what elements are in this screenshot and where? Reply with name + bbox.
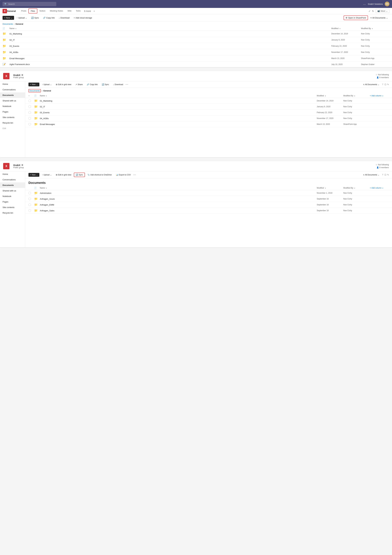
row-checkbox-3[interactable] [29,209,31,212]
tab-notion[interactable]: Notion [37,8,48,14]
sidebar-item-site-contents-3[interactable]: Site contents [0,204,25,210]
sp-more-button[interactable]: ··· [126,83,128,86]
col-modified-by-header[interactable]: Modified By ∨ [343,95,369,97]
sp-new-button-3[interactable]: + New ⌄ [29,173,39,177]
sync-button[interactable]: 🔄 Sync [29,16,41,20]
tab-add[interactable]: + [92,8,96,14]
sp-upload-button-3[interactable]: ↑ Upload ⌄ [40,173,53,177]
sp-sync-button-3[interactable]: 🔄 Sync [74,173,85,177]
sidebar-item-edit[interactable]: Edit [0,126,25,131]
sidebar-item-conversations[interactable]: Conversations [0,87,25,92]
file-name[interactable]: 04_AGBs [9,51,330,53]
sp-more-button-3[interactable]: ··· [133,174,136,176]
sidebar-item-conversations-3[interactable]: Conversations [0,177,25,183]
upload-button[interactable]: ↑ Upload ⌄ [15,16,29,20]
more-dots[interactable]: ... [363,3,366,5]
sidebar-item-pages-3[interactable]: Pages [0,199,25,204]
file-name[interactable]: 03_Events [9,45,330,47]
row-checkbox-3[interactable] [29,192,31,194]
row-checkbox-3[interactable] [29,197,31,200]
add-column-button[interactable]: + Add column ∨ [370,95,389,97]
sidebar-item-recycle-3[interactable]: Recycle bin [0,210,25,216]
new-button[interactable]: + New ⌄ [2,16,14,20]
col-modified[interactable]: Modified ∨ [331,27,360,29]
col-modified-header[interactable]: Modified ∨ [317,95,342,97]
meet-button[interactable]: 📹 Meet ⌄ [376,9,390,13]
sidebar-item-documents[interactable]: Documents [0,92,25,98]
sidebar-item-notebook-3[interactable]: Notebook [0,193,25,199]
sp-filter-icon[interactable]: ⊤ [382,83,384,86]
sidebar-item-site-contents[interactable]: Site contents [0,115,25,120]
col-modified-header-3[interactable]: Modified ∨ [317,187,342,189]
col-modified-by[interactable]: Modified By ∨ [361,27,390,29]
download-button[interactable]: ↓ Download [57,16,71,20]
sidebar-item-home-3[interactable]: Home [0,171,25,177]
row-checkbox[interactable] [29,117,31,120]
sp-edit-icon[interactable]: ✎ [387,83,389,86]
sp-edit-icon-3[interactable]: ✎ [387,174,389,176]
file-name-3[interactable]: Anfragen_EMM [40,204,315,206]
file-name-3[interactable]: Admintration [40,192,315,194]
site-gear-icon[interactable]: ⚙ [21,74,23,76]
expand-icon[interactable]: ⤢ [369,10,371,12]
row-checkbox[interactable] [29,100,31,102]
all-documents-button[interactable]: ≡ All Documents ⌄ [369,16,390,20]
row-checkbox[interactable] [29,111,31,114]
row-checkbox-3[interactable] [29,204,31,206]
row-checkbox[interactable] [29,105,31,108]
file-name[interactable]: 01_Marketing [40,100,315,102]
sp-download-button[interactable]: ↓ Download [111,83,125,86]
tab-files[interactable]: Files [29,8,37,14]
file-name[interactable]: 04_AGBs [40,117,315,120]
sp-all-documents-button[interactable]: ≡ All Documents ⌄ [362,83,381,86]
sidebar-item-shared-3[interactable]: Shared with us [0,188,25,193]
sp-shortcut-button-3[interactable]: 📎 Add shortcut to OneDrive [86,173,113,177]
file-name[interactable]: Agile Framework.docx [9,63,330,66]
file-name[interactable]: Email Messages [9,57,330,60]
sidebar-item-notebook[interactable]: Notebook [0,103,25,109]
file-name[interactable]: Email Messages [40,123,315,125]
add-cloud-button[interactable]: + Add cloud storage [72,16,93,20]
sidebar-item-shared[interactable]: Shared with us [0,98,25,103]
sp-export-button-3[interactable]: 📊 Export to CSV [114,173,132,177]
sp-filter-icon-3[interactable]: ⊤ [382,174,384,176]
col-modified-by-header-3[interactable]: Modified By ∨ [343,187,369,189]
sp-share-button[interactable]: ↗ Share [74,83,84,86]
sp-upload-button[interactable]: ↑ Upload ⌄ [40,83,53,86]
col-name-header[interactable]: Name ∨ [40,95,315,97]
refresh-icon[interactable]: ↻ [372,10,374,12]
file-name[interactable]: 01_Marketing [9,33,330,35]
sidebar-item-pages[interactable]: Pages [0,109,25,115]
file-name[interactable]: 03_Events [40,111,315,114]
search-bar[interactable]: 🔍 Search [2,2,56,6]
col-name-header-3[interactable]: Name ∨ [40,187,315,189]
sidebar-item-documents-3[interactable]: Documents [0,183,25,188]
copy-link-button[interactable]: 🔗 Copy link [41,16,56,20]
tab-meeting-notes[interactable]: Meeting Notes [48,8,65,14]
user-avatar[interactable]: GS [385,2,390,6]
site-gear-icon-3[interactable]: ⚙ [21,164,23,166]
tab-posts[interactable]: Posts [19,8,29,14]
sp-info-icon-3[interactable]: ⓘ [385,174,386,176]
tab-todo[interactable]: ToDo [74,8,83,14]
sp-breadcrumb-parent[interactable]: Documents [29,89,41,92]
sp-info-icon[interactable]: ⓘ [385,83,386,86]
open-sharepoint-button[interactable]: ⚙ Open in SharePoint [344,15,368,20]
file-name[interactable]: 02_IT [40,106,315,108]
file-name-3[interactable]: Anfragen_Azure [40,198,315,200]
tab-more[interactable]: 6 more [83,8,92,14]
sp-new-button[interactable]: + New ⌄ [29,83,39,86]
file-name[interactable]: 02_IT [9,39,330,41]
row-checkbox[interactable] [29,123,31,125]
follow-button[interactable]: ☆ Not following [376,73,389,76]
sp-edit-grid-button[interactable]: ⊞ Edit in grid view [54,83,73,86]
sp-sync-button[interactable]: 🔄 Sync [100,83,111,86]
sidebar-item-home[interactable]: Home [0,81,25,87]
breadcrumb-parent[interactable]: Documents [2,23,13,25]
sp-all-documents-button-3[interactable]: ≡ All Documents ⌄ [362,173,381,177]
sp-copy-link-button[interactable]: 🔗 Copy link [85,83,99,86]
col-name[interactable]: Name ∨ [9,27,330,29]
add-column-button-3[interactable]: + Add column ∨ [370,187,389,189]
file-name-3[interactable]: Anfragen_Sales [40,210,315,212]
sp-edit-grid-button-3[interactable]: ⊞ Edit in grid view [54,173,73,177]
